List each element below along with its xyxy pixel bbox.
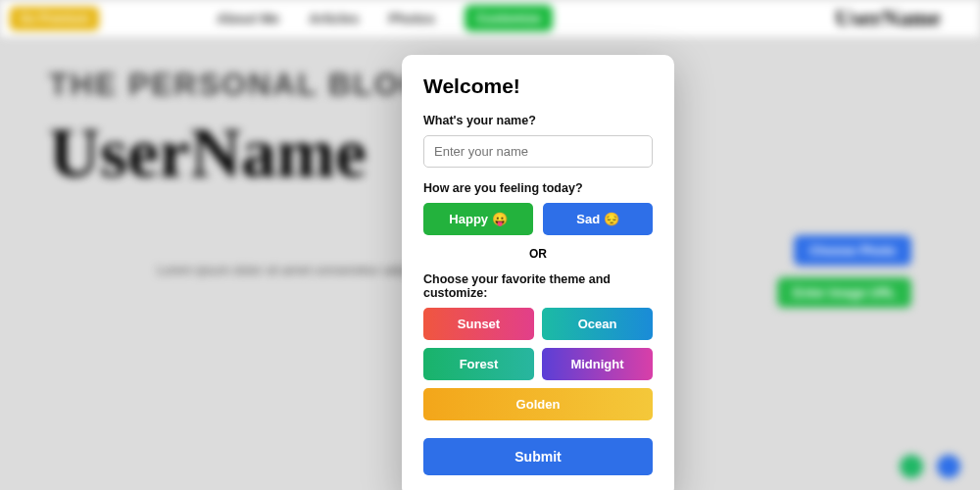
enter-image-url-button[interactable]: Enter Image URL: [777, 277, 911, 308]
submit-button[interactable]: Submit: [423, 438, 653, 475]
nav-photos[interactable]: Photos: [388, 11, 434, 26]
fab-row: [900, 455, 960, 478]
happy-button[interactable]: Happy 😛: [423, 203, 533, 235]
main-nav: About Me Articles Photos Customize: [217, 5, 552, 31]
modal-title: Welcome!: [423, 74, 653, 98]
welcome-modal: Welcome! What's your name? How are you f…: [402, 55, 674, 490]
theme-label: Choose your favorite theme and customize…: [423, 272, 653, 300]
theme-golden-button[interactable]: Golden: [423, 388, 653, 420]
image-actions: Choose Photo Enter Image URL: [777, 235, 911, 308]
theme-sunset-button[interactable]: Sunset: [423, 308, 534, 340]
theme-midnight-button[interactable]: Midnight: [542, 348, 653, 380]
sad-button[interactable]: Sad 😔: [543, 203, 653, 235]
theme-ocean-button[interactable]: Ocean: [542, 308, 653, 340]
nav-articles[interactable]: Articles: [309, 11, 359, 26]
topbar: Go Premium About Me Articles Photos Cust…: [0, 0, 980, 37]
nav-about[interactable]: About Me: [217, 11, 279, 26]
go-premium-button[interactable]: Go Premium: [10, 7, 99, 30]
name-label: What's your name?: [423, 114, 653, 127]
theme-grid: Sunset Ocean Forest Midnight Golden: [423, 308, 653, 420]
nav-customize-button[interactable]: Customize: [465, 5, 553, 31]
name-input[interactable]: [423, 135, 653, 168]
feeling-label: How are you feeling today?: [423, 181, 653, 195]
choose-photo-button[interactable]: Choose Photo: [794, 235, 911, 266]
brand-logo: UserName: [835, 5, 941, 31]
messenger-fab-icon[interactable]: [937, 455, 960, 478]
chat-fab-icon[interactable]: [900, 455, 923, 478]
or-divider: OR: [423, 247, 653, 261]
theme-forest-button[interactable]: Forest: [423, 348, 534, 380]
